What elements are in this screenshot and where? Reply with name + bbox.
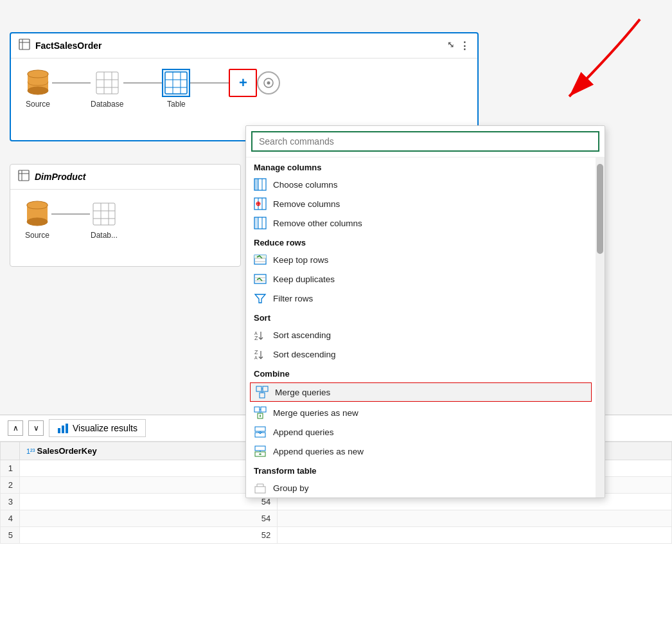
svg-rect-63	[254, 407, 260, 412]
svg-rect-41	[254, 217, 258, 229]
choose-columns-label: Choose columns	[273, 180, 338, 190]
merge-queries-new-label: Merge queries as new	[273, 408, 358, 418]
more-options-icon[interactable]: ⋮	[459, 40, 470, 52]
cell-2-1: 54	[20, 477, 278, 494]
search-input[interactable]	[251, 131, 599, 152]
menu-item-choose-columns[interactable]: Choose columns	[246, 175, 596, 194]
dim-step-db: Datab...	[90, 200, 118, 240]
database-label: Database	[91, 100, 123, 109]
choose-columns-icon	[254, 178, 267, 191]
table-label: Table	[167, 100, 186, 109]
settings-button[interactable]	[257, 71, 280, 94]
sort-descending-icon: Z A	[254, 348, 267, 361]
dim-card-title: DimProduct	[35, 172, 85, 182]
keep-top-rows-icon	[254, 253, 267, 266]
svg-marker-51	[255, 294, 265, 303]
nav-down-button[interactable]: ∨	[28, 420, 44, 436]
svg-point-17	[267, 82, 270, 85]
svg-rect-80	[62, 426, 64, 433]
keep-duplicates-icon	[254, 273, 267, 285]
keep-top-rows-label: Keep top rows	[273, 255, 328, 265]
menu-item-sort-ascending[interactable]: A Z Sort ascending	[246, 325, 596, 345]
group-by-label: Group by	[273, 483, 309, 493]
merge-queries-new-icon	[254, 406, 267, 419]
dim-table-icon	[18, 170, 30, 184]
append-queries-new-icon	[254, 445, 267, 458]
command-dropdown: Manage columns Choose columns	[245, 125, 605, 498]
menu-content: Manage columns Choose columns	[246, 157, 605, 498]
menu-item-keep-top-rows[interactable]: Keep top rows	[246, 250, 596, 269]
menu-item-merge-queries-new[interactable]: Merge queries as new	[246, 403, 596, 422]
svg-rect-73	[255, 446, 265, 451]
fact-card-body: Source Database	[11, 58, 477, 119]
connector-1	[52, 82, 91, 84]
svg-text:Z: Z	[254, 349, 258, 355]
remove-columns-label: Remove columns	[273, 199, 340, 209]
cell-5-1: 52	[20, 527, 278, 544]
step-source: Source	[24, 69, 52, 109]
compress-icon[interactable]: ⤡	[447, 40, 454, 52]
svg-rect-60	[260, 393, 265, 398]
keep-duplicates-label: Keep duplicates	[273, 274, 335, 284]
filter-rows-icon	[254, 292, 267, 305]
svg-rect-78	[255, 487, 265, 493]
row-num-3: 3	[1, 494, 20, 510]
connector-2	[123, 82, 162, 84]
svg-rect-79	[58, 428, 60, 433]
connector-3	[190, 82, 229, 84]
cell-1-1: 54	[20, 460, 278, 477]
svg-text:A: A	[254, 355, 258, 360]
scrollbar-thumb	[597, 164, 603, 254]
visualize-results-button[interactable]: Visualize results	[49, 419, 146, 437]
section-sort: Sort	[246, 308, 596, 325]
nav-up-button[interactable]: ∧	[8, 420, 23, 436]
step-table: Table	[162, 69, 190, 109]
cell-5-2	[278, 527, 672, 544]
dim-connector-1	[51, 213, 90, 215]
merge-queries-icon	[256, 386, 269, 399]
svg-rect-0	[19, 39, 30, 49]
sort-ascending-icon: A Z	[254, 328, 267, 341]
dim-db-icon	[90, 200, 118, 228]
row-number-header	[1, 442, 20, 460]
menu-item-filter-rows[interactable]: Filter rows	[246, 289, 596, 308]
menu-item-group-by[interactable]: Group by	[246, 478, 596, 498]
menu-item-sort-descending[interactable]: Z A Sort descending	[246, 345, 596, 364]
svg-rect-25	[93, 203, 115, 225]
bar-chart-icon	[57, 422, 69, 434]
add-step-button[interactable]: +	[229, 69, 257, 97]
dim-card-header: DimProduct	[10, 165, 240, 190]
svg-rect-71	[255, 433, 265, 437]
table-row: 4 54	[1, 510, 672, 527]
row-num-1: 1	[1, 460, 20, 477]
menu-item-remove-columns[interactable]: Remove columns	[246, 194, 596, 213]
menu-item-append-queries-new[interactable]: Append queries as new	[246, 442, 596, 461]
table-row: 5 52	[1, 527, 672, 544]
table-step-icon	[162, 69, 190, 97]
cell-4-2	[278, 510, 672, 527]
menu-item-append-queries[interactable]: Append queries	[246, 422, 596, 442]
fact-card-title: FactSalesOrder	[35, 40, 102, 51]
svg-rect-64	[261, 407, 266, 412]
svg-rect-19	[19, 170, 29, 181]
svg-point-24	[27, 218, 48, 226]
search-box	[246, 126, 605, 157]
svg-rect-81	[66, 424, 68, 433]
dropdown-scrollbar[interactable]	[596, 157, 605, 498]
menu-item-remove-other-columns[interactable]: Remove other columns	[246, 213, 596, 233]
database-icon	[93, 69, 121, 97]
svg-rect-58	[256, 386, 261, 391]
svg-rect-70	[255, 427, 265, 431]
menu-item-keep-duplicates[interactable]: Keep duplicates	[246, 269, 596, 289]
append-queries-new-label: Append queries as new	[273, 447, 364, 456]
table-icon	[19, 39, 30, 53]
row-num-2: 2	[1, 477, 20, 494]
plus-icon: +	[239, 75, 247, 91]
menu-item-merge-queries[interactable]: Merge queries	[250, 382, 592, 402]
sort-ascending-label: Sort ascending	[273, 330, 331, 340]
row-num-5: 5	[1, 527, 20, 544]
sort-descending-label: Sort descending	[273, 350, 336, 359]
dim-db-label: Datab...	[91, 231, 118, 240]
remove-other-columns-icon	[254, 217, 267, 229]
dim-product-card: DimProduct Source	[10, 164, 241, 267]
